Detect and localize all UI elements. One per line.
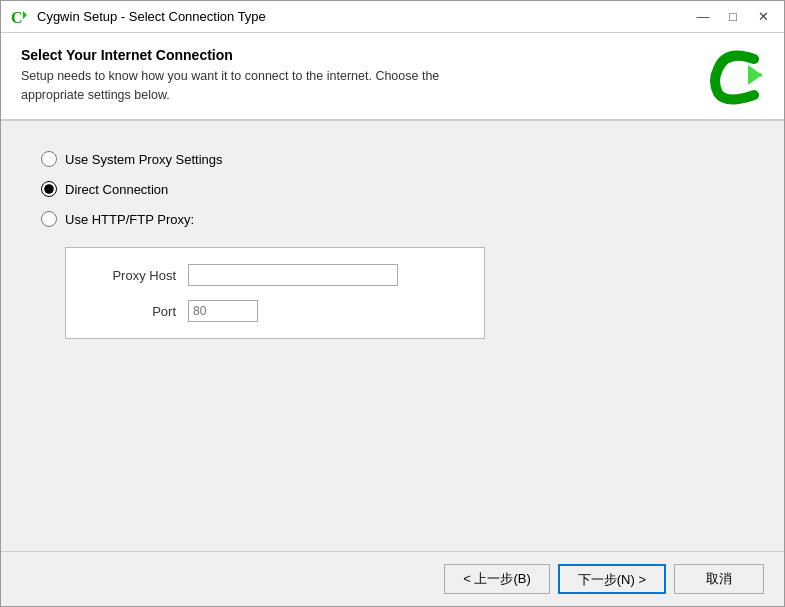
footer: < 上一步(B) 下一步(N) > 取消 — [1, 551, 784, 606]
connection-type-group: Use System Proxy Settings Direct Connect… — [41, 151, 744, 227]
proxy-settings-box: Proxy Host Port — [65, 247, 485, 339]
minimize-button[interactable]: — — [690, 7, 716, 27]
header-title: Select Your Internet Connection — [21, 47, 690, 63]
header-desc-line1: Setup needs to know how you want it to c… — [21, 69, 439, 83]
proxy-port-label: Port — [86, 304, 176, 319]
svg-text:C: C — [11, 9, 23, 26]
radio-system-proxy-input[interactable] — [41, 151, 57, 167]
window-title: Cygwin Setup - Select Connection Type — [37, 9, 690, 24]
maximize-button[interactable]: □ — [720, 7, 746, 27]
close-button[interactable]: ✕ — [750, 7, 776, 27]
radio-http-ftp[interactable]: Use HTTP/FTP Proxy: — [41, 211, 744, 227]
header-desc: Setup needs to know how you want it to c… — [21, 67, 690, 105]
proxy-port-row: Port — [86, 300, 464, 322]
header-text-block: Select Your Internet Connection Setup ne… — [21, 47, 690, 105]
title-bar: C Cygwin Setup - Select Connection Type … — [1, 1, 784, 33]
proxy-host-row: Proxy Host — [86, 264, 464, 286]
back-button[interactable]: < 上一步(B) — [444, 564, 550, 594]
header-desc-line2: appropriate settings below. — [21, 88, 170, 102]
cygwin-logo — [706, 47, 764, 105]
header-section: Select Your Internet Connection Setup ne… — [1, 33, 784, 121]
radio-direct[interactable]: Direct Connection — [41, 181, 744, 197]
radio-direct-label: Direct Connection — [65, 182, 168, 197]
radio-direct-input[interactable] — [41, 181, 57, 197]
radio-system-proxy[interactable]: Use System Proxy Settings — [41, 151, 744, 167]
cancel-button[interactable]: 取消 — [674, 564, 764, 594]
main-window: C Cygwin Setup - Select Connection Type … — [0, 0, 785, 607]
radio-http-ftp-label: Use HTTP/FTP Proxy: — [65, 212, 194, 227]
proxy-host-label: Proxy Host — [86, 268, 176, 283]
proxy-host-input[interactable] — [188, 264, 398, 286]
radio-system-proxy-label: Use System Proxy Settings — [65, 152, 223, 167]
window-controls: — □ ✕ — [690, 7, 776, 27]
radio-http-ftp-input[interactable] — [41, 211, 57, 227]
next-button[interactable]: 下一步(N) > — [558, 564, 666, 594]
proxy-port-input[interactable] — [188, 300, 258, 322]
content-area: Use System Proxy Settings Direct Connect… — [1, 121, 784, 551]
app-icon: C — [9, 7, 29, 27]
